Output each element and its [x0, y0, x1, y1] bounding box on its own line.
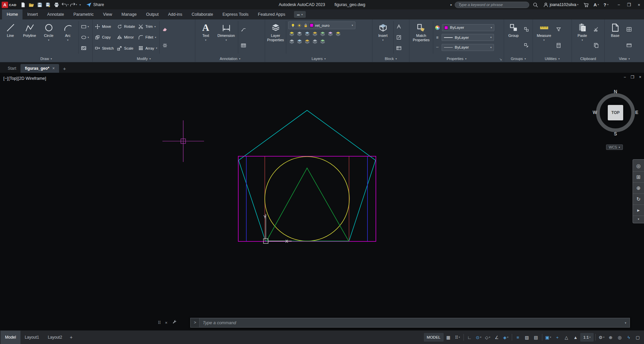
arc-dropdown-icon[interactable]: ▾	[67, 39, 68, 42]
drawing-restore-icon[interactable]: ❐	[631, 75, 634, 79]
workspace-switching-icon[interactable]: ⚙▾	[597, 333, 606, 342]
lineweight-list-icon[interactable]: ≡	[435, 35, 440, 40]
layout2-tab[interactable]: Layout2	[43, 331, 66, 344]
start-tab[interactable]: Start	[3, 64, 20, 73]
app-store-button[interactable]	[582, 0, 590, 9]
compass-south[interactable]: S	[592, 131, 639, 136]
layer-lock-icon[interactable]	[303, 23, 308, 28]
selection-filtering-icon[interactable]: ▣▾	[544, 333, 553, 342]
array-dropdown-icon[interactable]: ▾	[156, 47, 157, 50]
hatch-button[interactable]	[80, 45, 90, 51]
panel-properties-label[interactable]: Properties ▾	[409, 55, 504, 62]
rotate-button[interactable]: Rotate	[117, 24, 135, 30]
measure-dropdown-icon[interactable]: ▾	[543, 39, 545, 42]
navigation-wheel-icon[interactable]: ◎	[633, 161, 644, 172]
annotation-monitor-icon[interactable]: ⊕	[606, 333, 615, 342]
share-button[interactable]: Share	[83, 0, 107, 9]
layer-on-off-icon[interactable]	[291, 23, 295, 28]
tab-insert[interactable]: Insert	[22, 9, 42, 19]
copy-button[interactable]: Copy	[95, 35, 114, 40]
model-space-button[interactable]: MODEL	[424, 333, 444, 342]
undo-button[interactable]: ▾	[61, 1, 69, 9]
layer-isolate-icon[interactable]	[296, 30, 303, 37]
polyline-button[interactable]: Polyline	[20, 20, 39, 54]
showmotion-icon[interactable]: ▸	[633, 205, 644, 216]
panel-annotation-label[interactable]: Annotation ▾	[195, 55, 265, 62]
zoom-icon[interactable]: ⊕	[633, 183, 644, 194]
drawing-close-icon[interactable]: ×	[639, 75, 641, 79]
dimension-button[interactable]: Dimension ▾	[216, 20, 237, 54]
properties-dialog-launcher[interactable]: ↘	[499, 57, 502, 61]
layer-on-icon[interactable]	[335, 30, 342, 37]
search-button[interactable]	[531, 0, 540, 9]
osnap-tracking-icon[interactable]: ∠	[493, 333, 501, 342]
tab-annotate[interactable]: Annotate	[43, 9, 69, 19]
paste-button[interactable]: Paste ▾	[573, 20, 591, 54]
circle-dropdown-icon[interactable]: ▾	[48, 39, 49, 42]
ungroup-button[interactable]	[523, 26, 530, 33]
search-expand-icon[interactable]: ▸	[450, 3, 453, 6]
plot-button[interactable]	[53, 1, 61, 9]
text-dropdown-icon[interactable]: ▾	[205, 39, 206, 42]
object-snap-icon[interactable]: ◈▾	[502, 333, 510, 342]
lineweight-icon[interactable]: ≡	[514, 333, 522, 342]
open-file-button[interactable]	[28, 1, 36, 9]
command-customize-icon[interactable]	[172, 320, 177, 326]
circle-button[interactable]: Circle ▾	[40, 20, 58, 54]
pan-icon[interactable]: ⊞	[633, 172, 644, 183]
command-line[interactable]: > Type a command ▾	[190, 318, 630, 328]
navbar-menu-icon[interactable]: ▾	[633, 216, 644, 222]
graphics-performance-icon[interactable]: ϟ	[625, 333, 633, 342]
insert-block-button[interactable]: Insert ▾	[374, 20, 392, 54]
layout1-tab[interactable]: Layout1	[20, 331, 44, 344]
base-view-button[interactable]: Base	[606, 20, 624, 54]
tab-output[interactable]: Output	[141, 9, 163, 19]
explode-button[interactable]	[161, 42, 169, 49]
tab-parametric[interactable]: Parametric	[69, 9, 98, 19]
viewport-config-button[interactable]	[625, 26, 633, 33]
define-attributes-button[interactable]	[395, 23, 403, 30]
autodesk-app-menu[interactable]: A ▾	[592, 0, 600, 9]
cut-button[interactable]	[592, 26, 600, 33]
panel-draw-label[interactable]: Draw ▾	[0, 55, 92, 62]
panel-clipboard-label[interactable]: Clipboard	[572, 55, 604, 62]
undo-dropdown-icon[interactable]: ▾	[67, 3, 69, 6]
viewport-minimize-control[interactable]: [−]	[3, 76, 8, 81]
copy-clip-button[interactable]	[592, 42, 600, 49]
array-button[interactable]: Array▾	[138, 45, 157, 51]
tab-view[interactable]: View	[98, 9, 117, 19]
erase-button[interactable]	[161, 26, 169, 33]
measure-button[interactable]: Measure ▾	[534, 20, 554, 54]
layer-make-current-icon[interactable]	[319, 30, 326, 37]
quick-calculator-button[interactable]	[555, 42, 562, 49]
help-search-field[interactable]	[455, 2, 529, 8]
layer-match-icon[interactable]	[327, 30, 334, 37]
model-space-canvas[interactable]: XY	[0, 73, 644, 330]
insert-dropdown-icon[interactable]: ▾	[382, 39, 384, 42]
leader-button[interactable]	[240, 26, 247, 33]
new-file-button[interactable]	[19, 1, 27, 9]
new-layout-button[interactable]: +	[66, 335, 76, 340]
fillet-button[interactable]: Fillet▾	[138, 35, 157, 40]
linetype-dropdown[interactable]: ByLayer ▾	[442, 44, 494, 51]
compass-north[interactable]: N	[592, 89, 639, 94]
panel-utilities-label[interactable]: Utilities ▾	[533, 55, 572, 62]
save-button[interactable]	[36, 1, 44, 9]
lineweight-dropdown[interactable]: ByLayer ▾	[442, 34, 494, 41]
block-editor-button[interactable]	[395, 34, 403, 41]
trim-dropdown-icon[interactable]: ▾	[154, 25, 156, 28]
fillet-dropdown-icon[interactable]: ▾	[155, 36, 156, 39]
paste-dropdown-icon[interactable]: ▾	[582, 39, 583, 42]
drawing-minimize-icon[interactable]: −	[624, 75, 626, 79]
dimension-dropdown-icon[interactable]: ▾	[226, 39, 227, 42]
recent-commands-icon[interactable]: ▾	[622, 318, 630, 327]
save-as-button[interactable]	[44, 1, 52, 9]
restore-button[interactable]: ❐	[624, 0, 634, 9]
viewport-visual-style-control[interactable]: [2D Wireframe]	[18, 76, 46, 81]
layer-unisolate-icon[interactable]	[288, 38, 295, 45]
object-color-dropdown[interactable]: ByLayer ▾	[442, 24, 494, 31]
layer-merge-icon[interactable]	[319, 38, 326, 45]
command-drag-grip[interactable]: ⠿	[158, 320, 160, 325]
layer-thaw-icon[interactable]	[296, 38, 303, 45]
ribbon-display-toggle[interactable]: ▬ ▾	[294, 11, 306, 18]
